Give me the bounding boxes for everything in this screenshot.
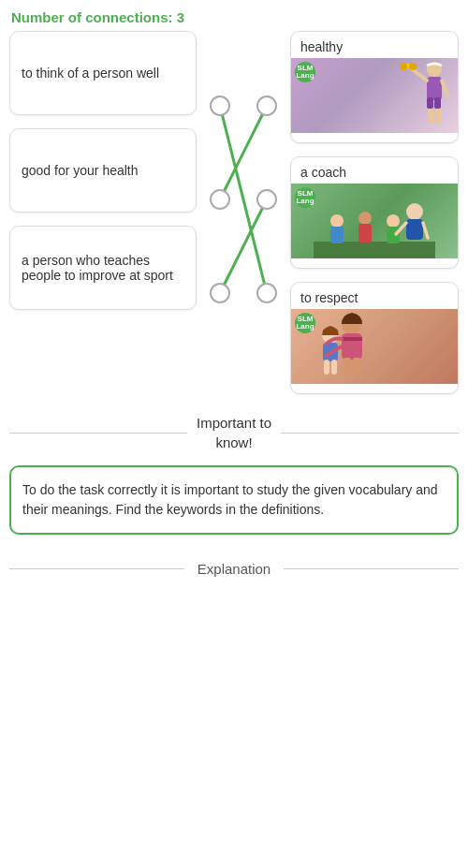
- right-card-image-2: SLMLang: [291, 184, 458, 258]
- right-card-label-2: a coach: [291, 157, 458, 184]
- svg-rect-18: [358, 224, 372, 243]
- svg-rect-33: [331, 360, 337, 375]
- svg-rect-32: [324, 360, 329, 375]
- left-card-3[interactable]: a person who teaches people to improve a…: [9, 226, 197, 310]
- svg-line-24: [423, 223, 428, 238]
- explanation-section: Explanation: [0, 548, 468, 586]
- right-card-label-3: to respect: [291, 283, 458, 309]
- svg-rect-31: [353, 358, 360, 375]
- svg-point-12: [400, 63, 407, 70]
- svg-point-15: [330, 214, 344, 228]
- healthy-figure: [399, 60, 450, 133]
- svg-rect-6: [434, 97, 441, 109]
- right-card-image-3: SLMLang: [291, 309, 458, 384]
- left-card-1[interactable]: to think of a person well: [9, 31, 197, 115]
- right-dots-col: [243, 31, 290, 340]
- right-card-3[interactable]: to respect SLMLang: [290, 282, 459, 394]
- left-dots-col: [197, 31, 243, 340]
- right-column: healthy SLMLang: [290, 31, 459, 394]
- matching-area: to think of a person well good for your …: [0, 31, 468, 394]
- svg-rect-14: [314, 242, 435, 258]
- left-column: to think of a person well good for your …: [9, 31, 197, 310]
- explanation-label[interactable]: Explanation: [184, 561, 284, 577]
- svg-rect-4: [427, 77, 442, 100]
- svg-point-21: [406, 203, 423, 220]
- svg-point-17: [358, 212, 372, 225]
- left-card-2[interactable]: good for your health: [9, 128, 197, 213]
- right-card-1[interactable]: healthy SLMLang: [290, 31, 459, 143]
- svg-rect-22: [406, 219, 423, 240]
- right-dot-3[interactable]: [256, 283, 277, 303]
- left-dot-1[interactable]: [210, 96, 230, 116]
- svg-rect-27: [342, 337, 362, 341]
- svg-rect-16: [330, 227, 344, 243]
- svg-rect-8: [435, 109, 441, 124]
- right-card-label-1: healthy: [291, 32, 458, 58]
- header: Number of connections: 3: [0, 0, 468, 31]
- left-dot-3[interactable]: [210, 283, 230, 303]
- connector-area: [197, 31, 290, 340]
- svg-point-19: [387, 214, 400, 228]
- coach-figure: [291, 185, 458, 258]
- right-card-image-1: SLMLang: [291, 58, 458, 133]
- svg-rect-5: [427, 97, 433, 109]
- explanation-line-left: [9, 568, 184, 569]
- important-line-right: [281, 433, 459, 434]
- svg-rect-20: [387, 227, 400, 243]
- svg-rect-7: [428, 109, 433, 124]
- right-dot-1[interactable]: [256, 96, 277, 116]
- important-text: Important to know!: [187, 413, 281, 452]
- important-section: Important to know!: [0, 413, 468, 452]
- right-dot-2[interactable]: [256, 189, 277, 210]
- tip-box: To do the task correctly it is important…: [9, 465, 459, 535]
- svg-rect-30: [344, 358, 351, 375]
- left-dot-2[interactable]: [210, 189, 230, 210]
- slm-badge-1: SLMLang: [295, 62, 315, 82]
- important-line-left: [9, 433, 187, 434]
- svg-point-13: [409, 63, 417, 70]
- respect-figure: [300, 311, 403, 384]
- connections-count: Number of connections: 3: [0, 0, 468, 31]
- right-card-2[interactable]: a coach SLMLang: [290, 156, 459, 269]
- svg-line-10: [442, 81, 447, 96]
- explanation-line-right: [284, 568, 459, 569]
